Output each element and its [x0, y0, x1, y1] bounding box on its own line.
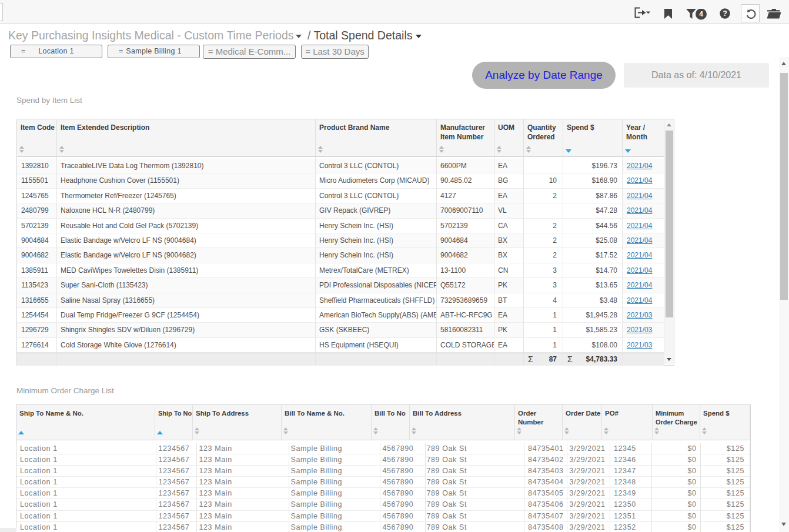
svg-text:4: 4 [699, 10, 703, 18]
svg-text:?: ? [723, 9, 727, 18]
